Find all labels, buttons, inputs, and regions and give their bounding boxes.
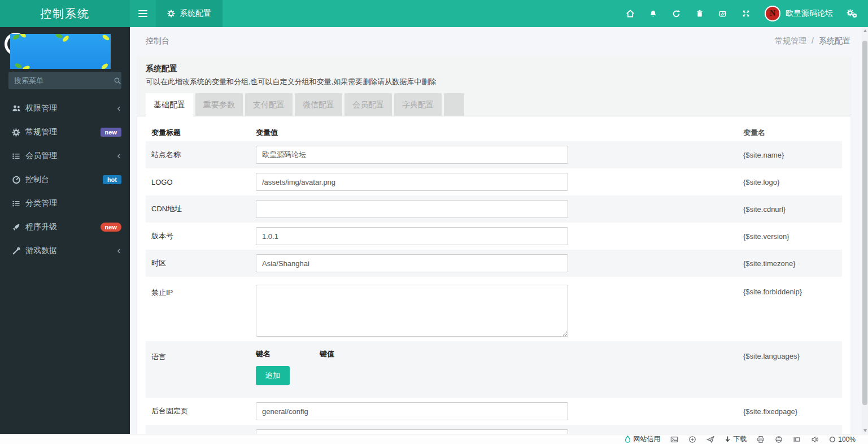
row-variable: {$site.timezone} bbox=[743, 259, 842, 268]
bell-icon[interactable] bbox=[642, 0, 665, 27]
site-credit-button[interactable]: 网站信用 bbox=[625, 434, 660, 444]
page-description: 可以在此增改系统的变量和分组,也可以自定义分组和变量,如果需要删除请从数据库中删… bbox=[146, 77, 842, 87]
panel-heading: 系统配置 可以在此增改系统的变量和分组,也可以自定义分组和变量,如果需要删除请从… bbox=[137, 56, 850, 94]
speaker-icon[interactable] bbox=[811, 436, 819, 443]
row-title: CDN地址 bbox=[146, 204, 256, 214]
download-label: 下载 bbox=[733, 434, 747, 444]
timezone-input[interactable] bbox=[256, 254, 568, 272]
tab-wechat-config[interactable]: 微信配置 bbox=[295, 93, 342, 116]
image-icon[interactable] bbox=[670, 436, 678, 443]
sidebar-item-gamedata[interactable]: 游戏数据 bbox=[0, 239, 130, 263]
cogs-icon[interactable] bbox=[840, 0, 863, 27]
tab-important-params[interactable]: 重要参数 bbox=[195, 93, 243, 116]
forbidden-ip-textarea[interactable] bbox=[256, 285, 568, 337]
rocket-icon bbox=[12, 223, 25, 232]
tab-basic-config[interactable]: 基础配置 bbox=[146, 93, 193, 116]
row-title: 站点名称 bbox=[146, 150, 256, 160]
tab-extra[interactable] bbox=[444, 93, 464, 116]
config-panel: 系统配置 可以在此增改系统的变量和分组,也可以自定义分组和变量,如果需要删除请从… bbox=[137, 56, 850, 434]
scroll-up-arrow[interactable] bbox=[862, 27, 868, 34]
table-row: LOGO {$site.logo} bbox=[146, 168, 842, 195]
main-content: 控制台 常规管理 / 系统配置 系统配置 可以在此增改系统的变量和分组,也可以自… bbox=[130, 27, 862, 434]
breadcrumb-left: 控制台 bbox=[146, 36, 169, 46]
logo-input[interactable] bbox=[256, 173, 568, 191]
site-name-input[interactable] bbox=[256, 146, 568, 164]
list-icon bbox=[12, 199, 25, 208]
search-icon[interactable] bbox=[114, 77, 121, 85]
download-button[interactable]: 下载 bbox=[725, 434, 747, 444]
sidebar-item-members[interactable]: 会员管理 bbox=[0, 144, 130, 168]
table-header: 变量标题 变量值 变量名 bbox=[146, 124, 842, 141]
sidebar-item-dashboard[interactable]: 控制台 hot bbox=[0, 168, 130, 191]
refresh-icon[interactable] bbox=[665, 0, 688, 27]
vertical-scrollbar[interactable] bbox=[862, 27, 868, 434]
profile-banner-image bbox=[10, 34, 111, 69]
trash-icon[interactable] bbox=[688, 0, 711, 27]
topbar-tab-label: 系统配置 bbox=[180, 8, 211, 19]
clean-cache-icon[interactable] bbox=[711, 0, 734, 27]
table-row: 语言 键名 键值 追加 {$site.languages} bbox=[146, 341, 842, 398]
breadcrumb: 控制台 常规管理 / 系统配置 bbox=[130, 27, 862, 55]
scroll-down-arrow[interactable] bbox=[862, 427, 868, 434]
row-variable: {$site.languages} bbox=[743, 349, 842, 360]
chevron-left-icon bbox=[116, 153, 121, 160]
sidebar-toggle-button[interactable] bbox=[130, 0, 156, 27]
breadcrumb-item-current: 系统配置 bbox=[819, 36, 850, 46]
users-icon bbox=[12, 104, 25, 113]
printer-icon[interactable] bbox=[757, 436, 765, 443]
version-input[interactable] bbox=[256, 227, 568, 245]
sidebar-item-label: 游戏数据 bbox=[25, 246, 116, 256]
sidebar-panel-icon[interactable] bbox=[793, 436, 801, 443]
send-icon[interactable] bbox=[706, 436, 714, 443]
topbar-tab-system-config[interactable]: 系统配置 bbox=[156, 0, 223, 27]
sidebar-item-auth[interactable]: 权限管理 bbox=[0, 97, 130, 120]
zoom-level-label: 100% bbox=[838, 436, 856, 443]
site-status-input[interactable] bbox=[256, 429, 568, 434]
zoom-control[interactable]: 100% bbox=[829, 436, 856, 443]
sidebar-item-label: 权限管理 bbox=[25, 103, 116, 114]
droplet-icon bbox=[625, 436, 631, 443]
sidebar: 权限管理 常规管理 new 会员管理 控制台 hot 分类管理 程序升级 new bbox=[0, 27, 130, 434]
row-variable: {$site.logo} bbox=[743, 178, 842, 186]
table-row: 禁止IP {$site.forbiddenip} bbox=[146, 277, 842, 341]
download-arrow-icon bbox=[725, 436, 731, 443]
header-value: 变量值 bbox=[256, 128, 743, 138]
fullscreen-icon[interactable] bbox=[734, 0, 757, 27]
table-row: 后台固定页 {$site.fixedpage} bbox=[146, 398, 842, 425]
page-title: 系统配置 bbox=[146, 64, 842, 74]
breadcrumb-separator: / bbox=[812, 36, 814, 46]
sidebar-item-categories[interactable]: 分类管理 bbox=[0, 191, 130, 215]
circle-plus-icon[interactable] bbox=[688, 436, 696, 443]
user-menu[interactable]: N 欧皇源码论坛 bbox=[757, 0, 840, 27]
row-title: 语言 bbox=[146, 349, 256, 362]
tab-member-config[interactable]: 会员配置 bbox=[344, 93, 392, 116]
sidebar-item-general[interactable]: 常规管理 new bbox=[0, 120, 130, 144]
sidebar-item-label: 分类管理 bbox=[25, 198, 121, 208]
home-icon[interactable] bbox=[618, 0, 642, 27]
header-title: 变量标题 bbox=[146, 128, 256, 138]
sidebar-menu: 权限管理 常规管理 new 会员管理 控制台 hot 分类管理 程序升级 new bbox=[0, 97, 130, 263]
tab-dictionary-config[interactable]: 字典配置 bbox=[394, 93, 442, 116]
tab-payment-config[interactable]: 支付配置 bbox=[245, 93, 293, 116]
site-credit-label: 网站信用 bbox=[633, 434, 660, 444]
cdn-url-input[interactable] bbox=[256, 200, 568, 218]
chevron-left-icon bbox=[116, 247, 121, 255]
sidebar-item-label: 常规管理 bbox=[25, 127, 101, 137]
avatar-letter: N bbox=[766, 7, 779, 20]
config-table: 变量标题 变量值 变量名 站点名称 {$site.name} LOGO {$si… bbox=[137, 124, 850, 434]
scrollbar-thumb[interactable] bbox=[862, 41, 867, 405]
breadcrumb-item-general[interactable]: 常规管理 bbox=[775, 36, 806, 46]
menu-search-input[interactable] bbox=[14, 76, 114, 85]
sidebar-item-upgrade[interactable]: 程序升级 new bbox=[0, 215, 130, 239]
user-avatar: N bbox=[765, 6, 780, 21]
network-icon[interactable] bbox=[775, 436, 783, 443]
row-variable: {$site.name} bbox=[743, 151, 842, 159]
table-row: 站点名称 {$site.name} bbox=[146, 141, 842, 168]
append-button[interactable]: 追加 bbox=[256, 366, 290, 385]
new-badge: new bbox=[101, 223, 121, 232]
table-row: 网站状态 {$site.ifclose} bbox=[146, 425, 842, 434]
tools-icon bbox=[12, 247, 25, 255]
username-label: 欧皇源码论坛 bbox=[786, 8, 833, 19]
fixed-page-input[interactable] bbox=[256, 402, 568, 420]
row-title: LOGO bbox=[146, 178, 256, 186]
